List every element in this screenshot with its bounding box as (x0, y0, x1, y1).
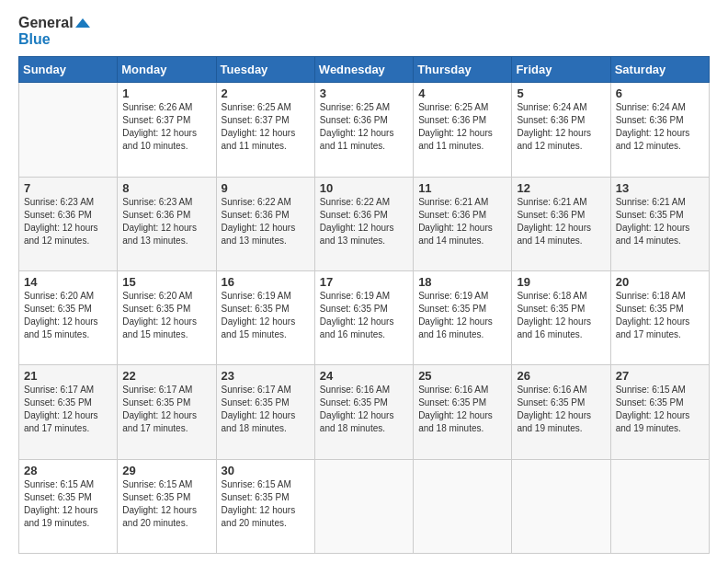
day-info: Sunrise: 6:21 AM Sunset: 6:36 PM Dayligh… (517, 196, 605, 247)
calendar-cell: 2Sunrise: 6:25 AM Sunset: 6:37 PM Daylig… (216, 83, 314, 177)
calendar-cell: 13Sunrise: 6:21 AM Sunset: 6:35 PM Dayli… (610, 177, 709, 270)
day-number: 2 (222, 86, 310, 100)
calendar-cell: 26Sunrise: 6:16 AM Sunset: 6:35 PM Dayli… (512, 365, 610, 459)
calendar-cell: 10Sunrise: 6:22 AM Sunset: 6:36 PM Dayli… (314, 177, 413, 270)
calendar-cell: 8Sunrise: 6:23 AM Sunset: 6:36 PM Daylig… (118, 177, 216, 270)
calendar-cell (610, 459, 709, 553)
day-number: 4 (418, 86, 506, 100)
day-info: Sunrise: 6:22 AM Sunset: 6:36 PM Dayligh… (320, 196, 408, 247)
day-info: Sunrise: 6:18 AM Sunset: 6:35 PM Dayligh… (517, 290, 605, 341)
page: General Blue SundayMondayTuesdayWednesda… (0, 0, 728, 563)
day-info: Sunrise: 6:24 AM Sunset: 6:36 PM Dayligh… (616, 101, 704, 153)
calendar-cell: 16Sunrise: 6:19 AM Sunset: 6:35 PM Dayli… (216, 270, 314, 364)
calendar-cell: 7Sunrise: 6:23 AM Sunset: 6:36 PM Daylig… (19, 177, 118, 270)
calendar-cell: 9Sunrise: 6:22 AM Sunset: 6:36 PM Daylig… (216, 177, 314, 270)
calendar-cell: 12Sunrise: 6:21 AM Sunset: 6:36 PM Dayli… (512, 177, 610, 270)
day-info: Sunrise: 6:19 AM Sunset: 6:35 PM Dayligh… (320, 290, 408, 341)
weekday-header-friday: Friday (512, 57, 610, 83)
calendar-cell: 6Sunrise: 6:24 AM Sunset: 6:36 PM Daylig… (610, 83, 709, 177)
week-row-3: 14Sunrise: 6:20 AM Sunset: 6:35 PM Dayli… (19, 270, 710, 364)
weekday-header-wednesday: Wednesday (314, 57, 413, 83)
day-number: 10 (320, 181, 408, 195)
day-number: 28 (24, 464, 112, 477)
weekday-header-saturday: Saturday (610, 57, 709, 83)
day-info: Sunrise: 6:23 AM Sunset: 6:36 PM Dayligh… (122, 196, 210, 247)
day-info: Sunrise: 6:19 AM Sunset: 6:35 PM Dayligh… (418, 290, 506, 341)
week-row-5: 28Sunrise: 6:15 AM Sunset: 6:35 PM Dayli… (19, 459, 710, 553)
header: General Blue (18, 15, 710, 47)
day-number: 15 (122, 275, 210, 289)
calendar-cell: 30Sunrise: 6:15 AM Sunset: 6:35 PM Dayli… (216, 459, 314, 553)
day-info: Sunrise: 6:18 AM Sunset: 6:35 PM Dayligh… (616, 290, 704, 341)
week-row-2: 7Sunrise: 6:23 AM Sunset: 6:36 PM Daylig… (19, 177, 710, 270)
weekday-header-monday: Monday (118, 57, 216, 83)
day-info: Sunrise: 6:25 AM Sunset: 6:36 PM Dayligh… (320, 101, 408, 153)
calendar-cell (314, 459, 413, 553)
day-info: Sunrise: 6:26 AM Sunset: 6:37 PM Dayligh… (122, 101, 210, 153)
calendar-cell: 24Sunrise: 6:16 AM Sunset: 6:35 PM Dayli… (314, 365, 413, 459)
day-info: Sunrise: 6:15 AM Sunset: 6:35 PM Dayligh… (24, 478, 112, 530)
logo-text-block: General Blue (18, 15, 90, 47)
day-info: Sunrise: 6:15 AM Sunset: 6:35 PM Dayligh… (122, 478, 210, 530)
day-number: 12 (517, 181, 605, 195)
day-info: Sunrise: 6:22 AM Sunset: 6:36 PM Dayligh… (222, 196, 310, 247)
week-row-1: 1Sunrise: 6:26 AM Sunset: 6:37 PM Daylig… (19, 83, 710, 177)
day-number: 9 (222, 181, 310, 195)
day-number: 30 (222, 464, 310, 477)
day-number: 1 (122, 86, 210, 100)
calendar-cell: 14Sunrise: 6:20 AM Sunset: 6:35 PM Dayli… (19, 270, 118, 364)
calendar-cell: 20Sunrise: 6:18 AM Sunset: 6:35 PM Dayli… (610, 270, 709, 364)
logo-blue: Blue (18, 31, 90, 48)
day-info: Sunrise: 6:15 AM Sunset: 6:35 PM Dayligh… (222, 478, 310, 530)
calendar-cell (19, 83, 118, 177)
day-number: 22 (122, 369, 210, 383)
day-number: 21 (24, 369, 112, 383)
day-number: 8 (122, 181, 210, 195)
logo: General Blue (18, 15, 90, 47)
day-number: 18 (418, 275, 506, 289)
day-info: Sunrise: 6:20 AM Sunset: 6:35 PM Dayligh… (24, 290, 112, 341)
day-info: Sunrise: 6:17 AM Sunset: 6:35 PM Dayligh… (122, 384, 210, 435)
weekday-header-sunday: Sunday (19, 57, 118, 83)
day-info: Sunrise: 6:17 AM Sunset: 6:35 PM Dayligh… (222, 384, 310, 435)
day-number: 20 (616, 275, 704, 289)
calendar-cell: 29Sunrise: 6:15 AM Sunset: 6:35 PM Dayli… (118, 459, 216, 553)
calendar-cell: 11Sunrise: 6:21 AM Sunset: 6:36 PM Dayli… (414, 177, 512, 270)
day-info: Sunrise: 6:17 AM Sunset: 6:35 PM Dayligh… (24, 384, 112, 435)
weekday-header-row: SundayMondayTuesdayWednesdayThursdayFrid… (19, 57, 710, 83)
calendar-cell: 23Sunrise: 6:17 AM Sunset: 6:35 PM Dayli… (216, 365, 314, 459)
day-info: Sunrise: 6:16 AM Sunset: 6:35 PM Dayligh… (418, 384, 506, 435)
day-number: 17 (320, 275, 408, 289)
calendar-cell (414, 459, 512, 553)
calendar-cell: 18Sunrise: 6:19 AM Sunset: 6:35 PM Dayli… (414, 270, 512, 364)
day-info: Sunrise: 6:25 AM Sunset: 6:36 PM Dayligh… (418, 101, 506, 153)
day-info: Sunrise: 6:20 AM Sunset: 6:35 PM Dayligh… (122, 290, 210, 341)
calendar-cell: 5Sunrise: 6:24 AM Sunset: 6:36 PM Daylig… (512, 83, 610, 177)
day-info: Sunrise: 6:21 AM Sunset: 6:36 PM Dayligh… (418, 196, 506, 247)
day-info: Sunrise: 6:15 AM Sunset: 6:35 PM Dayligh… (616, 384, 704, 435)
day-number: 13 (616, 181, 704, 195)
calendar-table: SundayMondayTuesdayWednesdayThursdayFrid… (18, 56, 710, 554)
day-info: Sunrise: 6:21 AM Sunset: 6:35 PM Dayligh… (616, 196, 704, 247)
day-number: 19 (517, 275, 605, 289)
day-info: Sunrise: 6:24 AM Sunset: 6:36 PM Dayligh… (517, 101, 605, 153)
day-number: 16 (222, 275, 310, 289)
day-number: 25 (418, 369, 506, 383)
day-info: Sunrise: 6:19 AM Sunset: 6:35 PM Dayligh… (222, 290, 310, 341)
day-number: 5 (517, 86, 605, 100)
day-info: Sunrise: 6:25 AM Sunset: 6:37 PM Dayligh… (222, 101, 310, 153)
calendar-cell: 22Sunrise: 6:17 AM Sunset: 6:35 PM Dayli… (118, 365, 216, 459)
calendar-cell: 21Sunrise: 6:17 AM Sunset: 6:35 PM Dayli… (19, 365, 118, 459)
day-number: 29 (122, 464, 210, 477)
day-number: 3 (320, 86, 408, 100)
day-info: Sunrise: 6:16 AM Sunset: 6:35 PM Dayligh… (517, 384, 605, 435)
calendar-cell: 27Sunrise: 6:15 AM Sunset: 6:35 PM Dayli… (610, 365, 709, 459)
calendar-cell: 25Sunrise: 6:16 AM Sunset: 6:35 PM Dayli… (414, 365, 512, 459)
logo-general: General (18, 15, 90, 31)
day-info: Sunrise: 6:23 AM Sunset: 6:36 PM Dayligh… (24, 196, 112, 247)
calendar-cell: 1Sunrise: 6:26 AM Sunset: 6:37 PM Daylig… (118, 83, 216, 177)
day-number: 23 (222, 369, 310, 383)
day-number: 27 (616, 369, 704, 383)
calendar-cell: 19Sunrise: 6:18 AM Sunset: 6:35 PM Dayli… (512, 270, 610, 364)
weekday-header-tuesday: Tuesday (216, 57, 314, 83)
